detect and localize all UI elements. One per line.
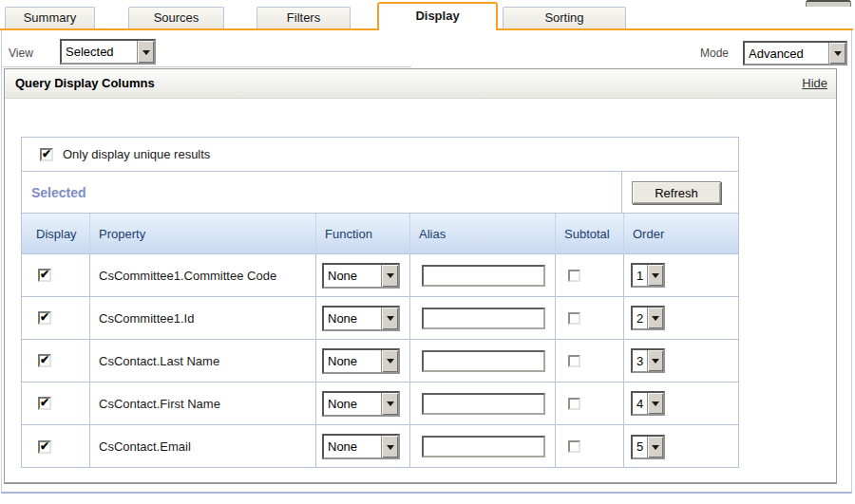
unique-checkbox-label: Only display unique results (63, 147, 210, 161)
header-order: Order (623, 214, 738, 253)
header-function: Function (315, 214, 409, 253)
tab-summary[interactable]: Summary (5, 7, 95, 28)
function-select-value: None (324, 265, 381, 287)
order-select[interactable]: 2 (631, 306, 665, 330)
property-label: CsContact.Email (99, 439, 191, 454)
function-cell: None (315, 297, 409, 339)
chevron-down-icon[interactable] (647, 393, 663, 414)
property-label: CsCommittee1.Id (99, 311, 194, 326)
unique-checkbox[interactable] (40, 148, 53, 161)
panel-title: Query Display Columns (15, 69, 155, 98)
mode-select-value: Advanced (745, 43, 828, 64)
selected-section-row: Selected Refresh (22, 172, 738, 214)
order-select[interactable]: 5 (631, 435, 665, 459)
alias-cell (409, 383, 555, 424)
chevron-down-icon[interactable] (381, 436, 398, 457)
function-cell: None (315, 425, 409, 468)
subtotal-checkbox[interactable] (568, 440, 580, 453)
function-select-value: None (324, 308, 381, 329)
order-cell: 5 (623, 425, 738, 468)
order-select[interactable]: 4 (631, 391, 665, 416)
alias-input[interactable] (422, 308, 545, 329)
subtotal-checkbox[interactable] (568, 355, 580, 367)
view-select[interactable]: Selected (60, 39, 156, 65)
order-cell: 3 (623, 340, 738, 382)
order-select[interactable]: 3 (631, 348, 665, 373)
display-checkbox[interactable] (38, 269, 51, 282)
display-tab-content: View Selected Mode Advanced Query Displa… (1, 30, 852, 494)
tab-display[interactable]: Display (377, 2, 498, 30)
header-property: Property (89, 214, 315, 253)
mode-select[interactable]: Advanced (743, 41, 847, 65)
hide-link[interactable]: Hide (802, 69, 827, 98)
order-select-value: 3 (633, 350, 647, 371)
display-checkbox[interactable] (38, 397, 51, 410)
property-label: CsContact.Last Name (99, 354, 219, 368)
cutoff-button-partial[interactable] (806, 0, 851, 7)
display-checkbox[interactable] (38, 354, 51, 367)
alias-cell (409, 254, 555, 296)
alias-input[interactable] (422, 350, 545, 372)
table-header-row: Display Property Function Alias Subtotal… (22, 214, 738, 254)
alias-input[interactable] (422, 265, 545, 287)
chevron-down-icon[interactable] (647, 350, 663, 371)
function-select[interactable]: None (322, 348, 400, 374)
alias-input[interactable] (422, 436, 545, 457)
selected-section-title: Selected (31, 172, 86, 214)
chevron-down-icon[interactable] (828, 43, 846, 64)
header-subtotal: Subtotal (555, 214, 623, 253)
subtotal-cell (555, 297, 623, 339)
header-display: Display (22, 214, 89, 253)
alias-cell (409, 425, 555, 468)
chevron-down-icon[interactable] (647, 265, 663, 286)
display-checkbox[interactable] (38, 440, 51, 454)
function-select[interactable]: None (322, 391, 400, 417)
property-cell: CsCommittee1.Committee Code (89, 254, 315, 296)
subtotal-cell (555, 383, 623, 424)
chevron-down-icon[interactable] (381, 350, 398, 372)
order-select-value: 4 (633, 393, 647, 414)
subtotal-checkbox[interactable] (568, 312, 580, 325)
function-select[interactable]: None (322, 434, 400, 459)
order-cell: 2 (623, 297, 738, 339)
refresh-button[interactable]: Refresh (632, 181, 721, 204)
subtotal-checkbox[interactable] (568, 398, 580, 410)
alias-cell (409, 340, 555, 382)
chevron-down-icon[interactable] (647, 308, 663, 328)
function-select[interactable]: None (322, 306, 400, 331)
order-select[interactable]: 1 (631, 263, 665, 288)
function-cell: None (315, 383, 409, 424)
order-select-value: 2 (633, 308, 647, 328)
table-row: CsContact.Last Name None 3 (22, 340, 738, 383)
display-cell (22, 340, 89, 382)
property-cell: CsContact.Last Name (89, 340, 315, 382)
table-row: CsCommittee1.Committee Code None 1 (22, 254, 738, 297)
tab-sorting[interactable]: Sorting (503, 7, 626, 28)
chevron-down-icon[interactable] (647, 437, 663, 457)
query-display-columns-panel: Query Display Columns Hide Only display … (4, 68, 837, 484)
function-select[interactable]: None (322, 263, 400, 289)
display-cell (22, 383, 89, 424)
chevron-down-icon[interactable] (381, 265, 398, 287)
order-cell: 4 (623, 383, 738, 424)
chevron-down-icon[interactable] (381, 393, 398, 415)
tab-sources[interactable]: Sources (128, 7, 224, 28)
chevron-down-icon[interactable] (137, 41, 154, 63)
subtotal-checkbox[interactable] (568, 270, 580, 282)
function-cell: None (315, 254, 409, 296)
order-cell: 1 (623, 254, 738, 296)
alias-input[interactable] (422, 393, 545, 415)
subtotal-cell (555, 425, 623, 468)
property-cell: CsContact.First Name (89, 383, 315, 424)
view-select-value: Selected (62, 41, 137, 63)
tab-filters[interactable]: Filters (256, 7, 351, 28)
alias-cell (409, 297, 555, 339)
display-checkbox[interactable] (38, 311, 51, 325)
property-cell: CsContact.Email (89, 425, 315, 468)
display-cell (22, 254, 89, 296)
panel-header: Query Display Columns Hide (5, 69, 836, 99)
subtotal-cell (555, 340, 623, 382)
order-select-value: 5 (633, 437, 647, 457)
chevron-down-icon[interactable] (381, 308, 398, 329)
query-builder-window: Summary Sources Filters Display Sorting … (0, 0, 855, 504)
